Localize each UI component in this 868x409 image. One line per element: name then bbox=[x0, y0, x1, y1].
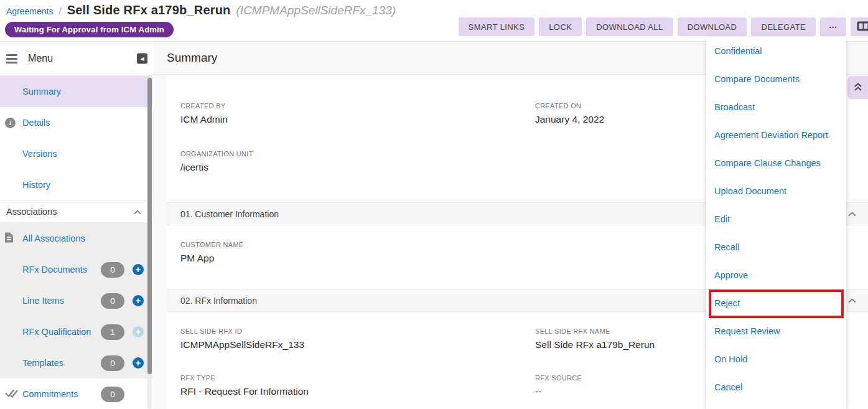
field-value: ICMPMAppSellSideRFx_133 bbox=[180, 339, 535, 350]
top-header: Agreements / Sell Side RFx a179b_Rerun (… bbox=[0, 0, 868, 42]
page-record-title: Sell Side RFx a179b_Rerun bbox=[67, 3, 231, 17]
chevron-up-icon bbox=[848, 296, 856, 305]
page-record-id: (ICMPMAppSellSideRFx_133) bbox=[236, 4, 396, 17]
associations-header-label: Associations bbox=[6, 207, 57, 217]
sidebar-item-label: Commitments bbox=[22, 389, 78, 399]
menu-item-request-review[interactable]: Request Review bbox=[706, 317, 846, 345]
field-sell-side-rfx-id: SELL SIDE RFX ID ICMPMAppSellSideRFx_133 bbox=[180, 327, 535, 350]
document-icon bbox=[4, 232, 14, 245]
side-panel-toggle-button[interactable] bbox=[851, 17, 868, 36]
hamburger-icon[interactable] bbox=[6, 54, 17, 63]
field-customer-name: CUSTOMER NAME PM App bbox=[180, 241, 535, 264]
columns-icon bbox=[857, 21, 868, 33]
menu-item-broadcast[interactable]: Broadcast bbox=[706, 93, 846, 121]
double-chevron-up-icon bbox=[854, 82, 862, 93]
toolbar: SMART LINKS LOCK DOWNLOAD ALL DOWNLOAD D… bbox=[459, 17, 868, 36]
sidebar-item-label: Summary bbox=[22, 87, 61, 96]
field-label: CREATED BY bbox=[180, 102, 535, 110]
sidebar-scrollbar-thumb[interactable] bbox=[147, 78, 152, 374]
sidebar: Menu ◀ Summary i Details Versions Histor… bbox=[0, 42, 152, 409]
sidebar-item-versions[interactable]: Versions bbox=[0, 138, 152, 169]
lock-button[interactable]: LOCK bbox=[539, 17, 582, 36]
field-label: CUSTOMER NAME bbox=[180, 241, 535, 248]
field-organization-unit: ORGANIZATION UNIT /icertis bbox=[180, 150, 535, 173]
app-window: Agreements / Sell Side RFx a179b_Rerun (… bbox=[0, 0, 868, 409]
sidebar-item-history[interactable]: History bbox=[0, 169, 152, 200]
add-rfx-document-button[interactable]: + bbox=[133, 264, 144, 275]
sidebar-item-details[interactable]: i Details bbox=[0, 107, 152, 138]
sidebar-item-label: History bbox=[22, 180, 50, 190]
field-label: RFX TYPE bbox=[180, 374, 535, 382]
menu-item-cancel[interactable]: Cancel bbox=[706, 373, 846, 401]
sidebar-title: Menu bbox=[28, 53, 53, 64]
more-actions-button[interactable]: ⋯ bbox=[820, 17, 846, 36]
collapse-section-button[interactable] bbox=[847, 208, 857, 220]
sidebar-item-label: Versions bbox=[22, 149, 57, 159]
breadcrumb: Agreements / Sell Side RFx a179b_Rerun (… bbox=[6, 3, 396, 17]
field-value: RFI - Request For Information bbox=[180, 386, 535, 397]
sidebar-item-rfx-qualification[interactable]: RFx Qualification 1 + bbox=[0, 316, 152, 347]
sidebar-item-line-items[interactable]: Line Items 0 + bbox=[0, 285, 152, 316]
count-badge: 0 bbox=[101, 387, 124, 402]
sidebar-section-associations[interactable]: Associations bbox=[0, 200, 152, 223]
associations-group: All Associations RFx Documents 0 + Line … bbox=[0, 223, 152, 378]
sidebar-item-summary[interactable]: Summary bbox=[0, 76, 152, 107]
field-created-by: CREATED BY ICM Admin bbox=[180, 102, 535, 125]
menu-item-recall[interactable]: Recall bbox=[706, 233, 846, 261]
menu-item-compare-clause-changes[interactable]: Compare Clause Changes bbox=[706, 149, 846, 177]
menu-item-agreement-deviation-report[interactable]: Agreement Deviation Report bbox=[706, 121, 846, 149]
status-badge: Waiting For Approval from ICM Admin bbox=[5, 22, 174, 37]
menu-item-upload-document[interactable]: Upload Document bbox=[706, 177, 846, 205]
sidebar-item-templates[interactable]: Templates 0 + bbox=[0, 347, 152, 378]
collapse-section-button[interactable] bbox=[847, 294, 857, 306]
download-all-button[interactable]: DOWNLOAD ALL bbox=[586, 17, 673, 36]
sidebar-item-label: Line Items bbox=[22, 296, 64, 306]
field-value: /icertis bbox=[180, 162, 535, 173]
field-label: SELL SIDE RFX ID bbox=[180, 327, 535, 335]
section-title: 02. RFx Information bbox=[180, 296, 257, 306]
field-value: ICM Admin bbox=[180, 114, 535, 125]
menu-item-confidential[interactable]: Confidential bbox=[706, 37, 846, 65]
sidebar-item-commitments[interactable]: Commitments 0 bbox=[0, 378, 152, 409]
info-icon: i bbox=[5, 118, 16, 128]
sidebar-header: Menu ◀ bbox=[0, 42, 152, 76]
count-badge: 0 bbox=[101, 262, 124, 278]
sidebar-item-all-associations[interactable]: All Associations bbox=[0, 223, 152, 254]
sidebar-item-label: RFx Qualification bbox=[22, 327, 91, 337]
menu-item-on-hold[interactable]: On Hold bbox=[706, 345, 846, 373]
chevron-up-icon bbox=[134, 207, 141, 217]
field-label: ORGANIZATION UNIT bbox=[180, 150, 535, 157]
download-button[interactable]: DOWNLOAD bbox=[678, 17, 747, 36]
count-badge: 1 bbox=[101, 324, 124, 340]
sidebar-item-label: RFx Documents bbox=[22, 265, 87, 275]
add-rfx-qualification-button-disabled: + bbox=[133, 326, 144, 337]
chevron-up-icon bbox=[848, 209, 856, 219]
add-line-item-button[interactable]: + bbox=[133, 295, 144, 306]
menu-item-approve[interactable]: Approve bbox=[706, 261, 846, 289]
field-value: PM App bbox=[180, 253, 535, 264]
field-rfx-type: RFX TYPE RFI - Request For Information bbox=[180, 374, 535, 397]
count-badge: 0 bbox=[101, 355, 124, 371]
sidebar-item-label: Details bbox=[22, 118, 50, 128]
smart-links-button[interactable]: SMART LINKS bbox=[459, 17, 535, 36]
breadcrumb-separator: / bbox=[58, 6, 61, 16]
sidebar-item-label: Templates bbox=[22, 358, 63, 368]
menu-item-reject[interactable]: Reject bbox=[706, 289, 846, 317]
collapse-all-sections-button[interactable] bbox=[847, 76, 868, 99]
more-actions-dropdown: Confidential Compare Documents Broadcast… bbox=[706, 37, 846, 409]
section-title: 01. Customer Information bbox=[180, 209, 279, 219]
breadcrumb-agreements-link[interactable]: Agreements bbox=[6, 6, 53, 16]
count-badge: 0 bbox=[101, 293, 124, 309]
sidebar-collapse-button[interactable]: ◀ bbox=[137, 54, 147, 64]
menu-item-compare-documents[interactable]: Compare Documents bbox=[706, 65, 846, 93]
double-check-icon bbox=[4, 388, 18, 400]
sidebar-item-label: All Associations bbox=[22, 233, 85, 243]
add-template-button[interactable]: + bbox=[133, 357, 144, 369]
menu-item-edit[interactable]: Edit bbox=[706, 205, 846, 233]
sidebar-item-rfx-documents[interactable]: RFx Documents 0 + bbox=[0, 254, 152, 285]
delegate-button[interactable]: DELEGATE bbox=[751, 17, 816, 36]
